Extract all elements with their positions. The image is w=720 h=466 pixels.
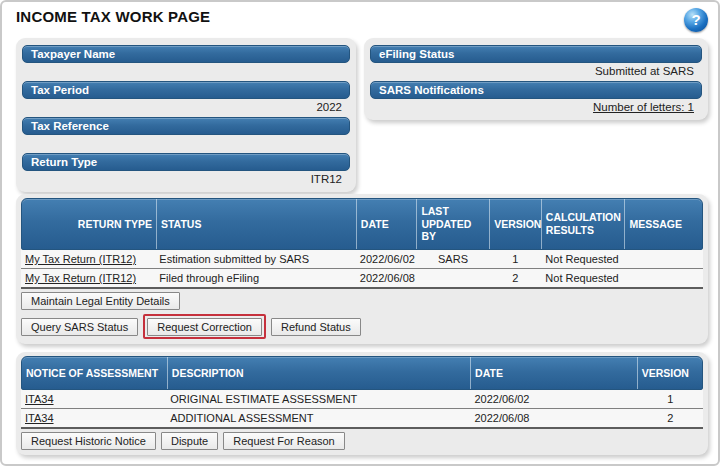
taxpayer-name-value	[22, 63, 350, 79]
efiling-status-value: Submitted at SARS	[370, 63, 702, 79]
col-version: VERSION	[637, 357, 702, 389]
cell-version: 1	[490, 250, 542, 268]
col-notice-of-assessment: NOTICE OF ASSESSMENT	[22, 357, 167, 389]
table-row: My Tax Return (ITR12) Estimation submitt…	[21, 250, 703, 269]
col-calculation-results: CALCULATION RESULTS	[541, 199, 625, 249]
tax-reference-label-bar: Tax Reference	[22, 117, 350, 135]
tax-period-value: 2022	[22, 99, 350, 115]
cell-calculation-results: Not Requested	[541, 250, 625, 268]
table-row: My Tax Return (ITR12) Filed through eFil…	[21, 269, 703, 289]
taxpayer-panel: Taxpayer Name Tax Period 2022 Tax Refere…	[16, 38, 356, 192]
cell-status: Filed through eFiling	[155, 269, 356, 287]
cell-last-updated-by: SARS	[417, 250, 490, 268]
page-title: INCOME TAX WORK PAGE	[16, 8, 210, 25]
notice-link[interactable]: ITA34	[25, 393, 54, 405]
number-of-letters-link[interactable]: Number of letters: 1	[593, 101, 694, 113]
table-row: ITA34 ADDITIONAL ASSESSMENT 2022/06/08 2	[21, 409, 703, 429]
cell-date: 2022/06/02	[356, 250, 417, 268]
income-tax-work-page: INCOME TAX WORK PAGE ? Taxpayer Name Tax…	[0, 0, 720, 466]
col-version: VERSION	[489, 199, 541, 249]
request-historic-notice-button[interactable]: Request Historic Notice	[21, 432, 156, 450]
notices-table-header: NOTICE OF ASSESSMENT DESCRIPTION DATE VE…	[21, 356, 703, 390]
dispute-button[interactable]: Dispute	[161, 432, 218, 450]
notice-link[interactable]: ITA34	[25, 412, 54, 424]
cell-date: 2022/06/08	[470, 409, 637, 427]
notices-section: NOTICE OF ASSESSMENT DESCRIPTION DATE VE…	[16, 352, 708, 455]
taxpayer-name-label-bar: Taxpayer Name	[22, 45, 350, 63]
col-date: DATE	[356, 199, 417, 249]
request-correction-button[interactable]: Request Correction	[147, 318, 262, 336]
cell-version: 2	[638, 409, 703, 427]
col-description: DESCRIPTION	[167, 357, 470, 389]
col-return-type: RETURN TYPE	[22, 199, 156, 249]
refund-status-button[interactable]: Refund Status	[271, 318, 361, 336]
col-status: STATUS	[156, 199, 356, 249]
col-message: MESSAGE	[624, 199, 702, 249]
efiling-status-label-bar: eFiling Status	[370, 45, 702, 63]
query-sars-status-button[interactable]: Query SARS Status	[21, 318, 138, 336]
col-date: DATE	[470, 357, 637, 389]
cell-date: 2022/06/02	[470, 390, 637, 408]
maintain-legal-entity-details-button[interactable]: Maintain Legal Entity Details	[21, 292, 180, 310]
cell-description: ORIGINAL ESTIMATE ASSESSMENT	[166, 390, 470, 408]
cell-status: Estimation submitted by SARS	[155, 250, 356, 268]
help-icon[interactable]: ?	[684, 8, 708, 32]
cell-calculation-results: Not Requested	[541, 269, 625, 287]
cell-date: 2022/06/08	[356, 269, 417, 287]
tax-reference-value	[22, 135, 350, 151]
return-type-label-bar: Return Type	[22, 153, 350, 171]
col-last-updated-by: LAST UPDATED BY	[416, 199, 489, 249]
table-row: ITA34 ORIGINAL ESTIMATE ASSESSMENT 2022/…	[21, 390, 703, 409]
tax-period-label-bar: Tax Period	[22, 81, 350, 99]
cell-last-updated-by	[417, 276, 490, 280]
request-correction-highlight: Request Correction	[143, 314, 266, 339]
returns-table-header: RETURN TYPE STATUS DATE LAST UPDATED BY …	[21, 198, 703, 250]
cell-message	[625, 276, 703, 280]
cell-version: 1	[638, 390, 703, 408]
cell-message	[625, 257, 703, 261]
sars-notifications-label-bar: SARS Notifications	[370, 81, 702, 99]
status-panel: eFiling Status Submitted at SARS SARS No…	[364, 38, 708, 120]
cell-description: ADDITIONAL ASSESSMENT	[166, 409, 470, 427]
request-for-reason-button[interactable]: Request For Reason	[223, 432, 345, 450]
return-link[interactable]: My Tax Return (ITR12)	[25, 272, 136, 284]
return-type-value: ITR12	[22, 171, 350, 187]
returns-section: RETURN TYPE STATUS DATE LAST UPDATED BY …	[16, 194, 708, 344]
cell-version: 2	[490, 269, 542, 287]
return-link[interactable]: My Tax Return (ITR12)	[25, 253, 136, 265]
